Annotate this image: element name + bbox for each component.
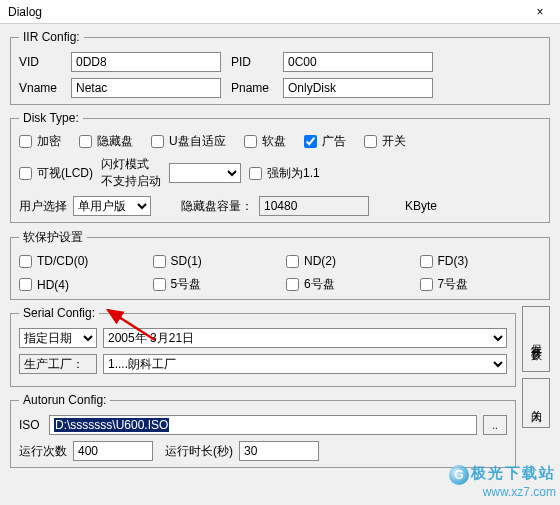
vid-input[interactable]: [71, 52, 221, 72]
close-icon: ×: [536, 5, 543, 19]
d5-checkbox[interactable]: 5号盘: [153, 276, 275, 293]
factory-label: 生产工厂：: [19, 354, 97, 374]
force11-checkbox[interactable]: 强制为1.1: [249, 165, 320, 182]
watermark-logo-icon: G: [449, 465, 469, 485]
hd-checkbox[interactable]: HD(4): [19, 276, 141, 293]
serial-legend: Serial Config:: [19, 306, 99, 320]
flashmode-select[interactable]: [169, 163, 241, 183]
close-button[interactable]: ×: [520, 0, 560, 24]
hidden-checkbox[interactable]: 隐藏盘: [79, 133, 133, 150]
window-title: Dialog: [8, 5, 42, 19]
runcount-label: 运行次数: [19, 443, 67, 460]
iso-path-input[interactable]: D:\sssssss\U600.ISO: [49, 415, 477, 435]
vname-label: Vname: [19, 81, 61, 95]
floppy-checkbox[interactable]: 软盘: [244, 133, 286, 150]
browse-button[interactable]: ..: [483, 415, 507, 435]
disk-type-group: Disk Type: 加密 隐藏盘 U盘自适应 软盘 广告 开关 可视(LCD)…: [10, 111, 550, 223]
autorun-legend: Autorun Config:: [19, 393, 110, 407]
vname-input[interactable]: [71, 78, 221, 98]
save-params-button[interactable]: 保存参数: [522, 306, 550, 372]
flashmode-label: 闪灯模式: [101, 156, 149, 173]
usersel-select[interactable]: 单用户版: [73, 196, 151, 216]
date-select[interactable]: 2005年 3月21日: [103, 328, 507, 348]
kbyte-label: KByte: [405, 199, 437, 213]
titlebar: Dialog ×: [0, 0, 560, 24]
switch-checkbox[interactable]: 开关: [364, 133, 406, 150]
pname-label: Pname: [231, 81, 273, 95]
usersel-label: 用户选择: [19, 198, 67, 215]
soft-legend: 软保护设置: [19, 229, 87, 246]
runtime-input[interactable]: [239, 441, 319, 461]
factory-select[interactable]: 1....朗科工厂: [103, 354, 507, 374]
iir-config-group: IIR Config: VID PID Vname Pname: [10, 30, 550, 105]
iir-legend: IIR Config:: [19, 30, 84, 44]
d6-checkbox[interactable]: 6号盘: [286, 276, 408, 293]
tdcd-checkbox[interactable]: TD/CD(0): [19, 254, 141, 268]
pid-input[interactable]: [283, 52, 433, 72]
soft-protect-group: 软保护设置 TD/CD(0) SD(1) ND(2) FD(3) HD(4) 5…: [10, 229, 550, 300]
datemode-select[interactable]: 指定日期: [19, 328, 97, 348]
pid-label: PID: [231, 55, 273, 69]
fd-checkbox[interactable]: FD(3): [420, 254, 542, 268]
nd-checkbox[interactable]: ND(2): [286, 254, 408, 268]
hiddencap-label: 隐藏盘容量：: [181, 198, 253, 215]
disk-legend: Disk Type:: [19, 111, 83, 125]
pname-input[interactable]: [283, 78, 433, 98]
close-side-button[interactable]: 关闭: [522, 378, 550, 428]
runtime-label: 运行时长(秒): [165, 443, 233, 460]
watermark: G极光下载站 www.xz7.com: [449, 464, 556, 499]
sd-checkbox[interactable]: SD(1): [153, 254, 275, 268]
runcount-input[interactable]: [73, 441, 153, 461]
nostart-label: 不支持启动: [101, 173, 161, 190]
serial-config-group: Serial Config: 指定日期 2005年 3月21日 生产工厂： 1.…: [10, 306, 516, 387]
encrypt-checkbox[interactable]: 加密: [19, 133, 61, 150]
visible-checkbox[interactable]: 可视(LCD): [19, 165, 93, 182]
vid-label: VID: [19, 55, 61, 69]
uauto-checkbox[interactable]: U盘自适应: [151, 133, 226, 150]
iso-label: ISO: [19, 418, 43, 432]
hiddencap-input: [259, 196, 369, 216]
d7-checkbox[interactable]: 7号盘: [420, 276, 542, 293]
ad-checkbox[interactable]: 广告: [304, 133, 346, 150]
autorun-config-group: Autorun Config: ISO D:\sssssss\U600.ISO …: [10, 393, 516, 468]
